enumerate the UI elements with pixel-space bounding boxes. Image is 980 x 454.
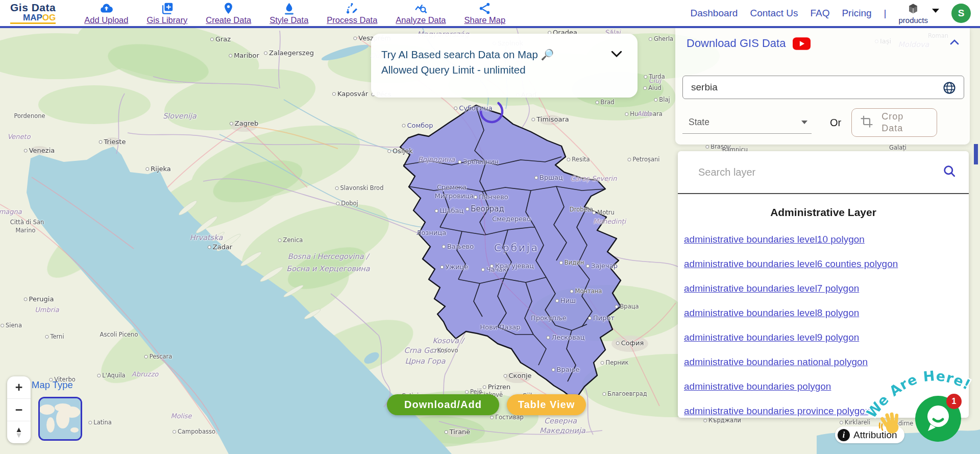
nav-divider: |: [884, 8, 887, 19]
map-type-thumbnail[interactable]: [38, 397, 82, 441]
crop-icon: [860, 115, 873, 130]
download-panel-title: Download GIS Data: [687, 37, 786, 50]
crop-data-button[interactable]: Crop Data: [851, 108, 937, 137]
zoom-in-button[interactable]: +: [7, 376, 31, 398]
layer-link-level6-counties[interactable]: administrative boundaries level6 countie…: [684, 258, 898, 270]
layer-list-heading: Administrative Layer: [678, 206, 969, 219]
nav-item-create-data[interactable]: Create Data: [206, 2, 251, 25]
nav-item-gis-library[interactable]: Gis Library: [146, 2, 187, 25]
state-select-label: State: [689, 117, 709, 128]
layer-link-province[interactable]: administrative boundaries province polyg…: [684, 405, 870, 417]
layer-link-level7[interactable]: administrative boundaries level7 polygon: [684, 283, 859, 294]
route-edit-icon: [345, 2, 359, 15]
download-panel-header: Download GIS Data: [687, 36, 961, 51]
logo-line1: Gis Data: [10, 2, 56, 13]
analyze-chart-icon: [414, 2, 428, 15]
logo-line2: MAPOG: [10, 13, 56, 25]
dashboard-link[interactable]: Dashboard: [690, 8, 738, 19]
nav-item-style-data[interactable]: Style Data: [270, 2, 308, 25]
layer-list-panel: Administrative Layer administrative boun…: [678, 151, 969, 418]
faq-link[interactable]: FAQ: [810, 8, 829, 19]
ai-card-line1: Try AI Based search Data on Map 🔎: [381, 47, 638, 62]
layer-search-input[interactable]: [697, 166, 942, 179]
library-add-icon: [160, 2, 174, 15]
products-cube-icon: [907, 3, 919, 16]
ai-search-card: Try AI Based search Data on Map 🔎 Allowe…: [371, 34, 638, 98]
attribution-label: Attribution: [853, 429, 897, 441]
world-map-icon: [40, 398, 81, 439]
layer-link-boundaries[interactable]: administrative boundaries polygon: [684, 381, 831, 392]
pricing-link[interactable]: Pricing: [842, 8, 871, 19]
search-icon[interactable]: [942, 164, 957, 180]
layer-link-national[interactable]: administrative boundaries national polyg…: [684, 356, 868, 368]
zoom-out-button[interactable]: −: [7, 398, 31, 421]
ink-drop-icon: [282, 2, 296, 15]
zoom-control: + − ▲ ▼: [7, 376, 31, 443]
layer-link-level10[interactable]: administrative boundaries level10 polygo…: [684, 234, 865, 245]
layer-link-level8[interactable]: administrative boundaries level8 polygon: [684, 307, 859, 319]
table-view-button[interactable]: Table View: [507, 394, 586, 415]
share-icon: [478, 2, 492, 15]
download-add-button[interactable]: Download/Add: [387, 394, 499, 415]
layer-links: administrative boundaries level10 polygo…: [684, 234, 969, 417]
globe-icon[interactable]: [942, 81, 957, 97]
state-select[interactable]: State: [682, 111, 812, 134]
chevron-down-icon[interactable]: [932, 9, 939, 13]
products-label: products: [898, 16, 928, 24]
layer-link-level9[interactable]: administrative boundaries level9 polygon: [684, 332, 859, 343]
nav-item-analyze-data[interactable]: Analyze Data: [396, 2, 446, 25]
crop-data-label: Crop Data: [881, 111, 914, 134]
nav-item-share-map[interactable]: Share Map: [464, 2, 506, 25]
app-logo[interactable]: Gis Data MAPOG: [10, 2, 56, 25]
cloud-upload-icon: [100, 2, 113, 15]
products-menu[interactable]: products: [898, 3, 939, 24]
panel-collapse-chevron-up-icon[interactable]: [948, 36, 961, 51]
location-pin-icon: [222, 2, 235, 15]
chat-notification-badge: 1: [946, 394, 962, 409]
header-right-nav: Dashboard Contact Us FAQ Pricing | produ…: [690, 3, 971, 24]
youtube-icon[interactable]: [793, 37, 811, 50]
top-navbar: Gis Data MAPOG Add Upload Gis Library Cr…: [0, 0, 980, 28]
layer-search-row: [678, 151, 969, 194]
info-icon: i: [838, 429, 850, 441]
map-type-label[interactable]: Map Type: [32, 379, 73, 391]
select-arrow-icon: [801, 121, 807, 124]
pan-toggle-button[interactable]: ▲ ▼: [7, 421, 31, 443]
or-label: Or: [830, 117, 841, 129]
map-area: GrazMariborSlovenijaZagrebVeszprémDunánt…: [0, 28, 980, 454]
main-nav: Add Upload Gis Library Create Data Style…: [84, 2, 505, 25]
attribution-button[interactable]: i Attribution: [835, 426, 904, 443]
state-crop-row: State Or Crop Data: [682, 108, 966, 137]
ai-card-chevron-down-icon[interactable]: [609, 46, 624, 63]
pan-down-icon: ▼: [15, 433, 23, 438]
contact-us-link[interactable]: Contact Us: [750, 8, 798, 19]
nav-item-add-upload[interactable]: Add Upload: [84, 2, 128, 25]
country-search-input[interactable]: [682, 76, 964, 99]
user-avatar[interactable]: S: [951, 4, 971, 23]
nav-item-process-data[interactable]: Process Data: [327, 2, 377, 25]
scrollbar-thumb[interactable]: [974, 144, 978, 164]
download-gis-panel: Download GIS Data State Or Crop Data: [675, 28, 970, 145]
ai-card-line2: Allowed Query Limit - unlimited: [381, 62, 638, 78]
